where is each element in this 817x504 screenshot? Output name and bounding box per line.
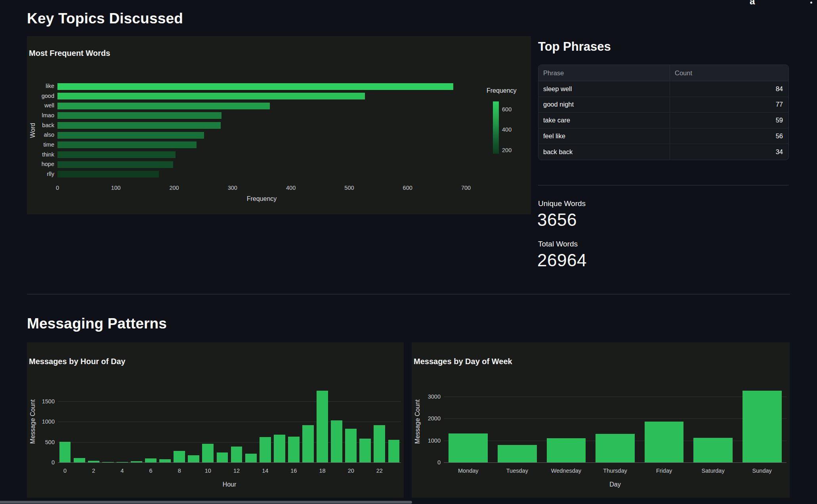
table-body: sleep well84good night77take care59feel … — [538, 81, 788, 160]
chart-title-messages-by-day: Messages by Day of Week — [414, 357, 512, 366]
gridline — [58, 401, 401, 402]
bar — [57, 112, 221, 119]
bar-label: lmao — [21, 112, 54, 118]
x-tick-label: 0 — [63, 468, 67, 474]
word-chart-ylabel-text: Word — [29, 123, 36, 138]
x-tick-label: 500 — [344, 185, 354, 191]
bar — [57, 93, 365, 99]
bar — [57, 171, 159, 178]
table-row: take care59 — [538, 113, 788, 128]
x-tick-label: 100 — [111, 185, 120, 191]
x-tick-label: 400 — [286, 185, 296, 191]
hourly-chart-ylabel: Message Count — [29, 380, 36, 463]
x-tick-label: Monday — [458, 468, 479, 474]
bar — [693, 438, 733, 462]
bar — [274, 435, 285, 462]
metric-value-total-words: 26964 — [537, 250, 587, 270]
bar — [231, 447, 242, 462]
bar — [102, 462, 114, 462]
count-cell: 84 — [670, 81, 788, 97]
x-tick-label: 6 — [149, 468, 152, 474]
daily-chart-xlabel: Day — [444, 481, 786, 488]
metric-label-unique-words: Unique Words — [538, 199, 586, 208]
dashboard-page: a Key Topics Discussed Most Frequent Wor… — [0, 0, 817, 504]
bar — [743, 391, 782, 462]
section-title-key-topics: Key Topics Discussed — [27, 10, 183, 27]
frequency-colorbar — [493, 101, 499, 154]
bar-label: good — [21, 93, 54, 99]
x-tick-label: 0 — [56, 185, 59, 191]
top-phrases-title: Top Phrases — [538, 40, 611, 54]
x-tick-label: Friday — [656, 468, 672, 474]
phrase-cell: back back — [538, 144, 670, 160]
phrase-cell: take care — [538, 113, 670, 128]
hourly-chart-plot-area[interactable]: 0500100015000246810121416182022 — [58, 380, 401, 463]
bar — [449, 433, 488, 462]
bar — [245, 454, 257, 462]
bar — [388, 440, 400, 462]
section-title-messaging-patterns: Messaging Patterns — [27, 315, 167, 332]
x-tick-label: 20 — [348, 468, 354, 474]
clipped-toolbar-text: a — [750, 0, 755, 7]
word-chart-ylabel: Word — [29, 81, 36, 179]
column-header-count: Count — [670, 65, 788, 81]
hourly-chart-panel: Messages by Hour of Day 0500100015000246… — [27, 342, 404, 498]
x-axis-line — [58, 462, 401, 463]
gridline — [58, 422, 401, 422]
bar — [547, 438, 586, 462]
x-tick-label: 8 — [178, 468, 181, 474]
word-frequency-chart-panel: Most Frequent Words likegoodwelllmaoback… — [27, 36, 531, 214]
daily-chart-panel: Messages by Day of Week 0100020003000Mon… — [412, 342, 790, 498]
phrase-cell: sleep well — [538, 81, 670, 97]
bar — [498, 445, 537, 462]
x-tick-label: 22 — [376, 468, 383, 474]
table-row: good night77 — [538, 97, 788, 113]
x-tick-label: Saturday — [702, 468, 725, 474]
x-tick-label: Thursday — [603, 468, 627, 474]
colorbar-tick-label: 600 — [502, 106, 512, 113]
bar-label: back — [21, 122, 54, 128]
bar — [57, 151, 176, 158]
bar — [145, 458, 157, 462]
count-cell: 56 — [670, 128, 788, 144]
bar — [374, 425, 385, 462]
x-tick-label: 14 — [262, 468, 268, 474]
word-chart-x-axis: 0100200300400500600700 — [57, 185, 479, 193]
toolbar-dot-icon — [810, 2, 812, 4]
x-tick-label: 700 — [461, 185, 471, 191]
bar — [260, 437, 271, 462]
right-column-divider — [538, 185, 789, 185]
bar — [59, 442, 71, 462]
hourly-chart-ylabel-text: Message Count — [29, 399, 36, 444]
bar — [57, 161, 173, 168]
metric-label-total-words: Total Words — [538, 240, 578, 248]
bar-label: also — [21, 132, 54, 138]
daily-chart-ylabel: Message Count — [414, 380, 421, 463]
bar-label: time — [21, 141, 54, 148]
bar — [645, 422, 684, 462]
count-cell: 34 — [670, 144, 788, 160]
horizontal-scrollbar[interactable] — [0, 501, 412, 504]
table-row: feel like56 — [538, 128, 788, 144]
bar — [116, 462, 128, 462]
bar — [217, 452, 228, 462]
bar — [174, 451, 185, 462]
bar — [317, 391, 328, 462]
bar — [159, 459, 171, 462]
gridline — [444, 418, 786, 419]
x-axis-line — [444, 462, 786, 463]
bar — [57, 141, 197, 148]
bar — [202, 444, 214, 462]
hourly-chart-xlabel: Hour — [58, 481, 401, 488]
daily-chart-ylabel-text: Message Count — [414, 399, 421, 444]
word-chart-plot-area[interactable]: likegoodwelllmaobackalsotimethinkhoperll… — [57, 81, 479, 179]
x-tick-label: Tuesday — [506, 468, 528, 474]
bar — [57, 103, 270, 109]
table-header-row: Phrase Count — [538, 65, 788, 81]
count-cell: 59 — [670, 113, 788, 128]
bar — [596, 434, 635, 462]
bar — [74, 458, 85, 462]
x-tick-label: 12 — [233, 468, 240, 474]
x-tick-label: 200 — [169, 185, 179, 191]
daily-chart-plot-area[interactable]: 0100020003000MondayTuesdayWednesdayThurs… — [444, 380, 786, 463]
